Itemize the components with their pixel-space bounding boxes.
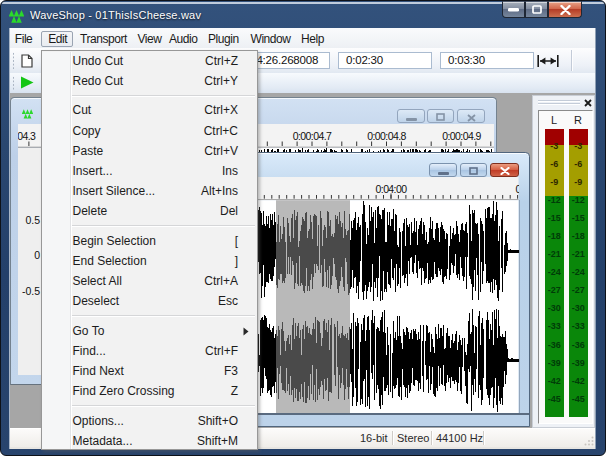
svg-text:0:00:04.7: 0:00:04.7 — [293, 130, 332, 142]
svg-text:0:04:30: 0:04:30 — [516, 182, 519, 194]
svg-text:0:00:04.3: 0:00:04.3 — [18, 130, 36, 142]
svg-text:0:00:04.9: 0:00:04.9 — [442, 130, 481, 142]
svg-text:0:00:04.8: 0:00:04.8 — [367, 130, 406, 142]
svg-text:0:04:00: 0:04:00 — [376, 182, 408, 194]
